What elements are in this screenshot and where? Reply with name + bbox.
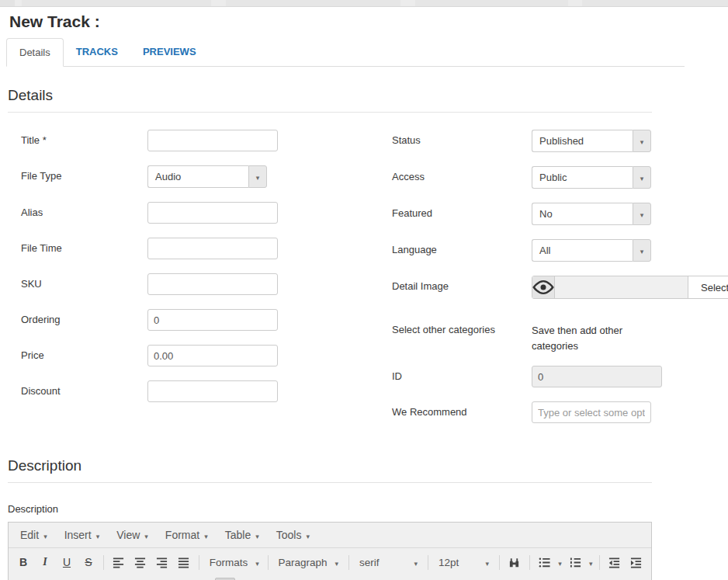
formats-dropdown[interactable]: Formats: [203, 553, 264, 571]
align-left-button[interactable]: [109, 553, 129, 571]
tab-tracks[interactable]: TRACKS: [64, 38, 130, 67]
tab-details[interactable]: Details: [6, 38, 64, 67]
bullet-list-button[interactable]: [535, 553, 555, 571]
font-size-dropdown[interactable]: 12pt: [432, 553, 495, 571]
featured-select[interactable]: No: [532, 203, 651, 225]
toolbar-separator: [599, 555, 600, 570]
featured-label: Featured: [364, 203, 532, 219]
title-label: Title *: [8, 130, 147, 146]
detail-image-select-button[interactable]: Select: [688, 276, 728, 298]
numbered-list-caret[interactable]: [586, 553, 595, 571]
alias-input[interactable]: [147, 202, 278, 224]
strikethrough-button[interactable]: S: [78, 553, 99, 571]
toolbar-separator: [529, 555, 530, 570]
menu-edit[interactable]: Edit: [12, 524, 56, 546]
chevron-down-icon: [144, 529, 148, 541]
preview-eye-button[interactable]: [532, 276, 554, 298]
chevron-down-icon: [335, 557, 339, 568]
access-selected-value: Public: [532, 166, 633, 189]
ordering-label: Ordering: [8, 309, 147, 325]
numbered-list-button[interactable]: [565, 553, 585, 571]
find-replace-button[interactable]: [504, 553, 525, 571]
decrease-indent-button[interactable]: [605, 553, 625, 571]
alias-label: Alias: [8, 202, 147, 218]
chevron-down-icon: [640, 208, 644, 220]
access-caret-button[interactable]: [633, 166, 651, 189]
featured-caret-button[interactable]: [633, 203, 651, 225]
language-selected-value: All: [532, 239, 633, 262]
field-row-language: Language All: [364, 239, 728, 262]
font-family-dropdown[interactable]: serif: [353, 553, 424, 571]
status-caret-button[interactable]: [633, 130, 651, 152]
tab-bar: Details TRACKS PREVIEWS: [6, 38, 685, 67]
align-justify-button[interactable]: [174, 553, 194, 571]
bold-button[interactable]: B: [13, 553, 33, 571]
filetype-select[interactable]: Audio: [147, 165, 267, 188]
menu-insert[interactable]: Insert: [56, 524, 109, 546]
chevron-down-icon: [204, 529, 208, 541]
chevron-down-icon: [414, 557, 418, 568]
detail-image-input[interactable]: [554, 276, 688, 298]
align-right-button[interactable]: [152, 553, 172, 571]
field-row-sku: SKU: [8, 273, 364, 295]
menu-view[interactable]: View: [108, 524, 157, 546]
chevron-down-icon: [640, 172, 644, 183]
tab-previews[interactable]: PREVIEWS: [130, 38, 209, 67]
field-row-id: ID: [364, 366, 728, 387]
align-center-button[interactable]: [130, 553, 151, 571]
discount-input[interactable]: [147, 380, 278, 402]
discount-label: Discount: [8, 380, 147, 397]
paragraph-style-dropdown[interactable]: Paragraph: [272, 553, 345, 571]
field-row-we-recommend: We Recommend: [364, 401, 728, 423]
toolbar-separator: [268, 555, 269, 570]
form-right-column: Status Published Access Public Featured …: [364, 130, 728, 437]
we-recommend-input[interactable]: [532, 401, 651, 423]
italic-button[interactable]: I: [35, 553, 55, 571]
menu-table[interactable]: Table: [217, 524, 268, 546]
other-categories-note: Save then add other categories: [532, 319, 665, 353]
form-left-column: Title * File Type Audio Alias File Time …: [8, 130, 364, 437]
chevron-down-icon: [256, 171, 260, 182]
increase-indent-button[interactable]: [626, 553, 647, 571]
title-input[interactable]: [147, 130, 278, 151]
detail-image-label: Detail Image: [364, 276, 532, 292]
field-row-other-categories: Select other categories Save then add ot…: [364, 319, 728, 353]
toolbar-separator: [199, 555, 199, 570]
access-select[interactable]: Public: [532, 166, 651, 189]
details-section: Details Title * File Type Audio Alias Fi…: [8, 87, 652, 437]
menu-tools[interactable]: Tools: [268, 524, 318, 546]
filetype-label: File Type: [8, 165, 147, 182]
chevron-down-icon: [255, 557, 259, 568]
filetype-selected-value: Audio: [147, 165, 248, 188]
chevron-down-icon: [589, 557, 593, 568]
chevron-down-icon: [96, 529, 100, 541]
access-label: Access: [364, 166, 532, 182]
ordering-input[interactable]: [147, 309, 278, 331]
chevron-down-icon: [640, 245, 644, 256]
price-input[interactable]: [147, 345, 278, 366]
menu-format[interactable]: Format: [157, 524, 217, 546]
language-caret-button[interactable]: [633, 239, 651, 262]
language-select[interactable]: All: [532, 239, 651, 262]
indent-icon: [630, 557, 642, 568]
bullet-list-caret[interactable]: [556, 553, 565, 571]
browser-chrome-strip: [0, 0, 728, 7]
status-select[interactable]: Published: [532, 130, 651, 152]
filetime-label: File Time: [8, 238, 147, 254]
underline-button[interactable]: U: [57, 553, 77, 571]
field-row-detail-image: Detail Image Select: [364, 276, 728, 299]
binoculars-icon: [508, 557, 520, 568]
id-label: ID: [364, 366, 532, 382]
sku-input[interactable]: [147, 273, 278, 295]
toolbar-separator: [348, 555, 349, 570]
id-input: [532, 366, 662, 387]
field-row-status: Status Published: [364, 130, 728, 152]
filetime-input[interactable]: [147, 238, 278, 259]
chevron-down-icon: [486, 557, 490, 568]
numbered-list-icon: [570, 557, 581, 568]
chevron-down-icon: [640, 135, 644, 147]
status-selected-value: Published: [532, 130, 633, 152]
filetype-caret-button[interactable]: [248, 165, 267, 188]
editor-toolbar-row1: B I U S Formats Paragraph serif 12pt: [9, 548, 651, 575]
align-left-icon: [113, 557, 124, 568]
